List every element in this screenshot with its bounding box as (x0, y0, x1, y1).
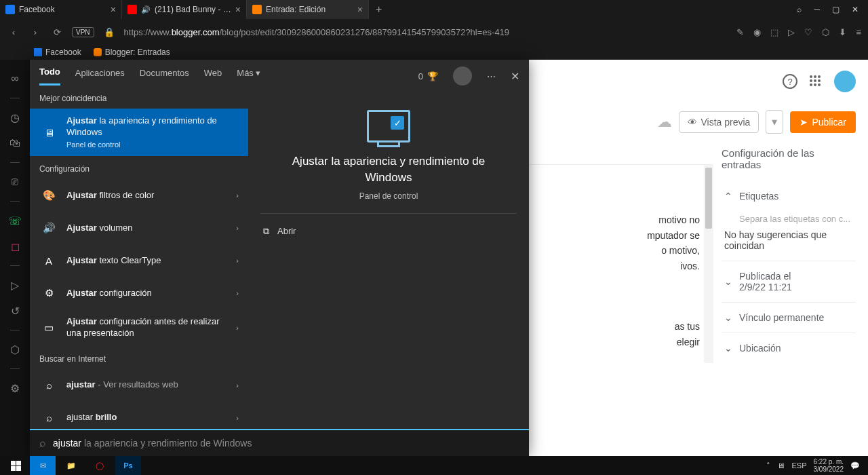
heart-icon[interactable]: ♡ (804, 27, 812, 37)
text-icon: A (39, 251, 58, 270)
forward-button[interactable]: › (28, 27, 42, 37)
task-opera[interactable]: ◯ (87, 456, 113, 475)
search-icon: ⌕ (39, 376, 58, 395)
history-icon[interactable]: ↺ (8, 304, 22, 318)
twitch-icon[interactable]: ⎚ (8, 175, 22, 189)
lock-icon[interactable]: 🔒 (102, 27, 116, 37)
result-cleartype[interactable]: A Ajustar texto ClearType › (30, 244, 248, 277)
publish-button[interactable]: ➤ Publicar (790, 111, 856, 133)
avatar[interactable] (834, 71, 856, 92)
close-window-button[interactable]: ✕ (852, 5, 859, 14)
search-icon: ⌕ (39, 437, 46, 449)
preview-button[interactable]: 👁 Vista previa (679, 111, 760, 133)
instagram-icon[interactable]: ◻ (8, 240, 22, 253)
tab-label: (211) Bad Bunny - Nev... (155, 5, 231, 14)
tab-label: Entrada: Edición (266, 5, 353, 14)
chevron-right-icon: › (236, 324, 239, 332)
download-icon[interactable]: ⬇ (839, 27, 846, 37)
chevron-right-icon: › (236, 381, 239, 390)
section-internet: Buscar en Internet (30, 346, 248, 369)
preview-dropdown[interactable]: ▾ (766, 110, 783, 134)
search-autocomplete: la apariencia y rendimiento de Windows (84, 438, 252, 449)
section-permalink[interactable]: ⌄ Vínculo permanente (722, 302, 856, 332)
detail-subtitle: Panel de control (359, 191, 418, 201)
gear-icon[interactable]: ⚙ (8, 381, 22, 395)
tray-language[interactable]: ESP (791, 461, 806, 470)
result-web-ajustar[interactable]: ⌕ ajustar - Ver resultados web › (30, 369, 248, 402)
result-best-match[interactable]: 🖥 Ajustar la apariencia y rendimiento de… (30, 109, 248, 156)
cube-icon[interactable]: ⬡ (822, 27, 829, 37)
meta-icon[interactable]: ∞ (8, 72, 22, 86)
camera-icon[interactable]: ◉ (753, 27, 761, 37)
result-volume[interactable]: 🔊 Ajustar volumen › (30, 212, 248, 244)
taskbar: ✉ 📁 ◯ Ps ˄ 🖥 ESP 6:22 p. m. 3/09/2022 💬 (0, 456, 868, 475)
send-icon[interactable]: ▷ (788, 27, 795, 37)
apps-icon[interactable] (810, 75, 822, 88)
section-published[interactable]: ⌄ Publicada el 2/9/22 11:21 (722, 261, 856, 302)
avatar[interactable] (453, 66, 472, 86)
package-icon[interactable]: ⬡ (8, 343, 22, 356)
eye-icon: 👁 (688, 117, 697, 128)
result-configuration[interactable]: ⚙ Ajustar configuración › (30, 277, 248, 309)
tray-chevron-icon[interactable]: ˄ (766, 461, 770, 470)
edit-icon[interactable]: ✎ (736, 27, 744, 37)
chevron-down-icon: ⌄ (724, 276, 732, 287)
detail-column: ✓ Ajustar la apariencia y rendimiento de… (248, 86, 529, 429)
close-icon[interactable]: ✕ (511, 70, 519, 83)
minimize-button[interactable]: ─ (814, 5, 820, 14)
close-icon[interactable]: × (357, 4, 363, 15)
section-labels[interactable]: ⌃ Etiquetas (722, 181, 856, 211)
tray-pc-icon[interactable]: 🖥 (777, 461, 785, 470)
section-location[interactable]: ⌄ Ubicación (722, 332, 856, 363)
tab-apps[interactable]: Aplicaciones (75, 68, 125, 85)
help-icon[interactable]: ? (783, 74, 797, 89)
task-photoshop[interactable]: Ps (115, 456, 141, 475)
bookmark-blogger[interactable]: Blogger: Entradas (94, 48, 170, 57)
whatsapp-icon[interactable]: ☏ (8, 214, 22, 227)
maximize-button[interactable]: ▢ (832, 5, 840, 14)
search-input-row[interactable]: ⌕ ajustar la apariencia y rendimiento de… (30, 429, 529, 456)
result-color-filters[interactable]: 🎨 Ajustar filtros de color › (30, 179, 248, 212)
new-tab-button[interactable]: + (369, 3, 389, 16)
clock-icon[interactable]: ◷ (8, 111, 22, 124)
scrollbar[interactable] (704, 165, 713, 363)
close-icon[interactable]: × (111, 4, 116, 15)
rewards-count[interactable]: 0 🏆 (418, 71, 438, 81)
task-explorer[interactable]: 📁 (58, 456, 84, 475)
shopping-icon[interactable]: 🛍 (8, 136, 22, 150)
monitor-large-icon: ✓ (367, 110, 410, 142)
bookmark-facebook[interactable]: Facebook (34, 48, 81, 57)
audio-icon: 🔊 (141, 5, 151, 14)
open-action[interactable]: ⧉ Abrir (260, 221, 298, 242)
menu-icon[interactable]: ≡ (856, 27, 861, 37)
notifications-icon[interactable]: 💬 (850, 461, 860, 470)
browser-tab-youtube[interactable]: 🔊 (211) Bad Bunny - Nev... × (122, 0, 247, 19)
labels-hint: Separa las etiquetas con c... (722, 214, 856, 224)
tab-web[interactable]: Web (204, 68, 222, 85)
back-button[interactable]: ‹ (7, 27, 20, 37)
detail-title: Ajustar la apariencia y rendimiento de W… (260, 153, 517, 186)
chevron-right-icon: › (236, 256, 239, 265)
block-icon[interactable]: ⬚ (770, 27, 778, 37)
system-tray: ˄ 🖥 ESP 6:22 p. m. 3/09/2022 💬 (766, 458, 864, 473)
tab-docs[interactable]: Documentos (140, 68, 189, 85)
task-mail[interactable]: ✉ (30, 456, 56, 475)
chevron-right-icon: › (236, 191, 239, 200)
reload-button[interactable]: ⟳ (50, 27, 64, 37)
url-text[interactable]: https://www.blogger.com/blog/post/edit/3… (124, 27, 729, 37)
result-presentation[interactable]: ▭ Ajustar configuración antes de realiza… (30, 309, 248, 346)
browser-tab-blogger[interactable]: Entrada: Edición × (247, 0, 369, 19)
tab-more[interactable]: Más ▾ (237, 68, 260, 85)
close-icon[interactable]: × (235, 4, 241, 15)
result-web-brillo[interactable]: ⌕ ajustar brillo › (30, 402, 248, 429)
tab-all[interactable]: Todo (39, 66, 60, 86)
start-button[interactable] (4, 457, 27, 474)
tray-clock[interactable]: 6:22 p. m. 3/09/2022 (814, 458, 844, 473)
more-icon[interactable]: ⋯ (487, 71, 496, 81)
chevron-down-icon: ⌄ (724, 312, 732, 323)
browser-tab-facebook[interactable]: Facebook × (0, 0, 122, 19)
vpn-badge[interactable]: VPN (72, 27, 94, 37)
search-icon[interactable]: ⌕ (797, 5, 802, 14)
window-controls: ⌕ ─ ▢ ✕ (797, 5, 868, 14)
play-icon[interactable]: ▷ (8, 278, 22, 292)
